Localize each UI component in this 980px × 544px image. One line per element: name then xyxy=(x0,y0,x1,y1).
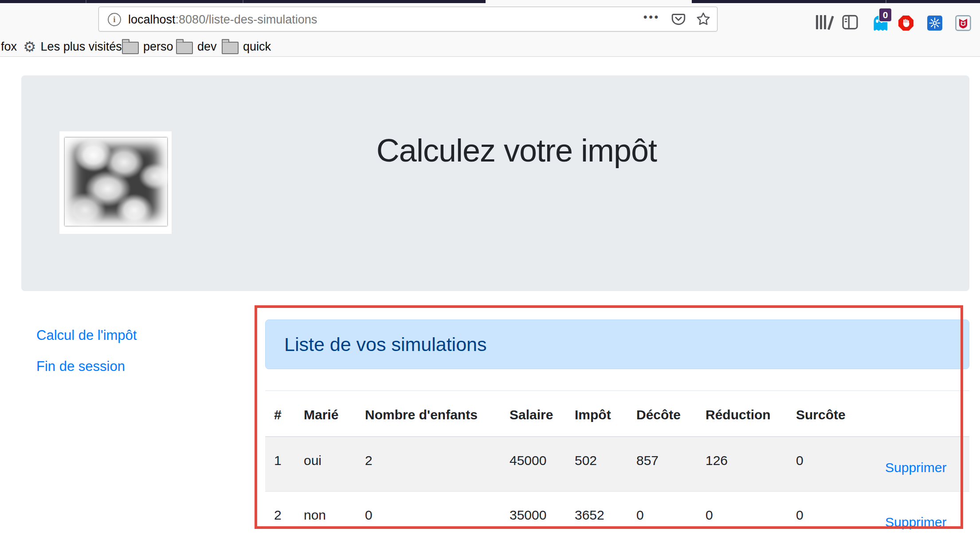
adblocker-icon[interactable] xyxy=(898,15,914,32)
bookmark-label: dev xyxy=(197,40,217,54)
cell-surcote: 0 xyxy=(787,437,876,492)
cell-salaire: 35000 xyxy=(501,492,566,544)
bookmark-folder-quick[interactable]: quick xyxy=(222,37,271,56)
starburst-icon xyxy=(927,16,942,31)
browser-window: i localhost:8080/liste-des-simulations •… xyxy=(0,0,980,544)
url-text[interactable]: localhost:8080/liste-des-simulations xyxy=(128,13,317,27)
tab-divider xyxy=(886,0,886,3)
bookmark-label: Les plus visités xyxy=(41,40,122,54)
col-header-marie: Marié xyxy=(295,391,356,437)
simulations-panel-header: Liste de vos simulations xyxy=(265,319,969,369)
photo-vignette xyxy=(65,138,167,226)
bookmark-item-fox[interactable]: fox xyxy=(1,37,17,56)
col-header-reduction: Réduction xyxy=(697,391,787,437)
site-info-icon[interactable]: i xyxy=(108,13,121,26)
folder-icon xyxy=(122,42,139,54)
col-header-actions xyxy=(876,391,969,437)
pocket-icon[interactable] xyxy=(670,11,687,28)
url-host: localhost xyxy=(128,13,176,26)
table-row: 2 non 0 35000 3652 0 0 0 Supprimer xyxy=(265,492,969,544)
cell-decote: 857 xyxy=(627,437,697,492)
col-header-num: # xyxy=(265,391,295,437)
gear-icon: ⚙ xyxy=(23,39,36,54)
panel-title: Liste de vos simulations xyxy=(284,334,487,355)
table-header-row: # Marié Nombre d'enfants Salaire Impôt D… xyxy=(265,391,969,437)
bookmark-label: fox xyxy=(1,40,17,54)
bookmark-folder-perso[interactable]: perso xyxy=(122,37,173,56)
cell-num: 1 xyxy=(265,437,295,492)
col-header-enfants: Nombre d'enfants xyxy=(356,391,501,437)
cell-enfants: 2 xyxy=(356,437,501,492)
cell-salaire: 45000 xyxy=(501,437,566,492)
tab-divider xyxy=(243,0,243,3)
library-icon xyxy=(815,15,830,29)
stop-hand-icon xyxy=(898,16,913,31)
col-header-impot: Impôt xyxy=(566,391,627,437)
cell-decote: 0 xyxy=(627,492,697,544)
nav-link-fin-session[interactable]: Fin de session xyxy=(36,359,125,374)
simulations-table: # Marié Nombre d'enfants Salaire Impôt D… xyxy=(265,390,969,544)
url-bar[interactable]: i localhost:8080/liste-des-simulations •… xyxy=(98,7,717,32)
shield-icon xyxy=(955,15,971,31)
cell-num: 2 xyxy=(265,492,295,544)
nav-link-calcul-impot[interactable]: Calcul de l'impôt xyxy=(36,327,137,343)
flower-photo xyxy=(59,131,172,234)
url-path: :8080/liste-des-simulations xyxy=(176,13,318,26)
cell-surcote: 0 xyxy=(787,492,876,544)
bookmarks-toolbar: fox ⚙ Les plus visités perso dev quick xyxy=(0,37,980,57)
page-actions-icon[interactable]: ••• xyxy=(643,11,660,23)
star-icon xyxy=(696,12,711,27)
ghostery-extension-icon[interactable]: 0 xyxy=(871,15,888,32)
sidebars-icon xyxy=(842,15,858,30)
tab-divider xyxy=(86,0,86,3)
ghostery-badge: 0 xyxy=(878,8,892,22)
bookmark-label: perso xyxy=(143,40,173,54)
pocket-icon xyxy=(671,12,686,26)
bookmark-label: quick xyxy=(243,40,271,54)
page-title: Calculez votre impôt xyxy=(337,132,696,169)
bookmark-star-icon[interactable] xyxy=(695,11,712,28)
delete-simulation-link[interactable]: Supprimer xyxy=(885,460,946,475)
cell-marie: non xyxy=(295,492,356,544)
library-icon[interactable] xyxy=(814,14,831,31)
cell-reduction: 0 xyxy=(697,492,787,544)
mcafee-webadvisor-icon[interactable] xyxy=(955,15,972,32)
cell-impot: 502 xyxy=(566,437,627,492)
col-header-surcote: Surcôte xyxy=(787,391,876,437)
bookmark-folder-dev[interactable]: dev xyxy=(176,37,217,56)
navigation-toolbar: i localhost:8080/liste-des-simulations •… xyxy=(0,3,980,37)
folder-icon xyxy=(176,42,193,54)
cell-reduction: 126 xyxy=(697,437,787,492)
extension-starburst-icon[interactable] xyxy=(926,15,943,32)
col-header-decote: Décôte xyxy=(627,391,697,437)
table-row: 1 oui 2 45000 502 857 126 0 Supprimer xyxy=(265,437,969,492)
sidebars-icon[interactable] xyxy=(842,14,858,31)
active-tab[interactable] xyxy=(486,0,692,3)
cell-impot: 3652 xyxy=(566,492,627,544)
bookmark-item-most-visited[interactable]: ⚙ Les plus visités xyxy=(23,37,122,56)
cell-marie: oui xyxy=(295,437,356,492)
col-header-salaire: Salaire xyxy=(501,391,566,437)
tab-strip xyxy=(0,0,980,3)
cell-enfants: 0 xyxy=(356,492,501,544)
folder-icon xyxy=(222,42,239,54)
delete-simulation-link[interactable]: Supprimer xyxy=(885,515,946,530)
